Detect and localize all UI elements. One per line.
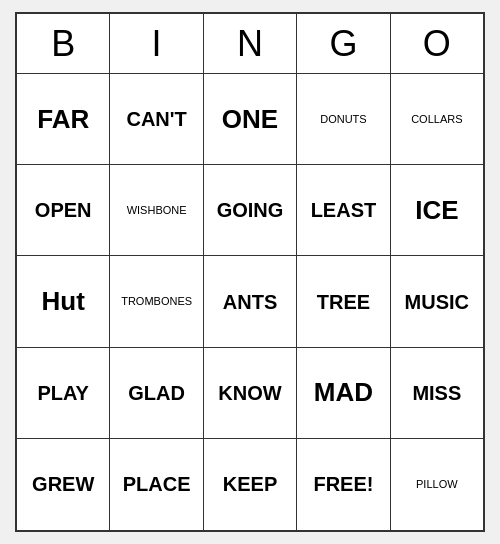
bingo-cell: DONUTS <box>297 74 390 165</box>
bingo-cell: GOING <box>204 165 297 256</box>
bingo-cell: MAD <box>297 348 390 439</box>
bingo-row: PLAYGLADKNOWMADMISS <box>17 348 483 439</box>
bingo-cell: ONE <box>204 74 297 165</box>
cell-text: MAD <box>314 377 373 408</box>
header-letter-i: I <box>110 14 203 74</box>
cell-text: CAN'T <box>126 107 186 131</box>
cell-text: LEAST <box>311 198 377 222</box>
cell-text: OPEN <box>35 198 92 222</box>
bingo-header: BINGO <box>17 14 483 74</box>
cell-text: PLACE <box>123 472 191 496</box>
cell-text: GOING <box>217 198 284 222</box>
cell-text: DONUTS <box>320 113 366 126</box>
bingo-cell: GREW <box>17 439 110 530</box>
header-letter-g: G <box>297 14 390 74</box>
cell-text: PLAY <box>37 381 89 405</box>
cell-text: ICE <box>415 195 458 226</box>
bingo-cell: FREE! <box>297 439 390 530</box>
cell-text: FREE! <box>313 472 373 496</box>
bingo-cell: OPEN <box>17 165 110 256</box>
header-letter-b: B <box>17 14 110 74</box>
cell-text: MUSIC <box>405 290 469 314</box>
bingo-cell: TROMBONES <box>110 256 203 347</box>
bingo-row: OPENWISHBONEGOINGLEASTICE <box>17 165 483 256</box>
bingo-cell: PLACE <box>110 439 203 530</box>
cell-text: COLLARS <box>411 113 462 126</box>
bingo-cell: GLAD <box>110 348 203 439</box>
bingo-cell: PLAY <box>17 348 110 439</box>
bingo-cell: KEEP <box>204 439 297 530</box>
cell-text: MISS <box>412 381 461 405</box>
bingo-cell: Hut <box>17 256 110 347</box>
bingo-cell: MUSIC <box>391 256 483 347</box>
cell-text: ANTS <box>223 290 277 314</box>
bingo-row: GREWPLACEKEEPFREE!PILLOW <box>17 439 483 530</box>
cell-text: ONE <box>222 104 278 135</box>
bingo-cell: KNOW <box>204 348 297 439</box>
cell-text: KEEP <box>223 472 277 496</box>
bingo-cell: PILLOW <box>391 439 483 530</box>
cell-text: GREW <box>32 472 94 496</box>
cell-text: KNOW <box>218 381 281 405</box>
bingo-cell: WISHBONE <box>110 165 203 256</box>
cell-text: PILLOW <box>416 478 458 491</box>
bingo-cell: ICE <box>391 165 483 256</box>
bingo-cell: LEAST <box>297 165 390 256</box>
bingo-cell: MISS <box>391 348 483 439</box>
bingo-cell: FAR <box>17 74 110 165</box>
cell-text: WISHBONE <box>127 204 187 217</box>
header-letter-n: N <box>204 14 297 74</box>
bingo-card: BINGO FARCAN'TONEDONUTSCOLLARSOPENWISHBO… <box>15 12 485 532</box>
bingo-cell: TREE <box>297 256 390 347</box>
header-letter-o: O <box>391 14 483 74</box>
bingo-body: FARCAN'TONEDONUTSCOLLARSOPENWISHBONEGOIN… <box>17 74 483 530</box>
cell-text: TROMBONES <box>121 295 192 308</box>
cell-text: Hut <box>42 286 85 317</box>
bingo-cell: COLLARS <box>391 74 483 165</box>
bingo-row: HutTROMBONESANTSTREEMUSIC <box>17 256 483 347</box>
cell-text: GLAD <box>128 381 185 405</box>
cell-text: FAR <box>37 104 89 135</box>
cell-text: TREE <box>317 290 370 314</box>
bingo-row: FARCAN'TONEDONUTSCOLLARS <box>17 74 483 165</box>
bingo-cell: CAN'T <box>110 74 203 165</box>
bingo-cell: ANTS <box>204 256 297 347</box>
